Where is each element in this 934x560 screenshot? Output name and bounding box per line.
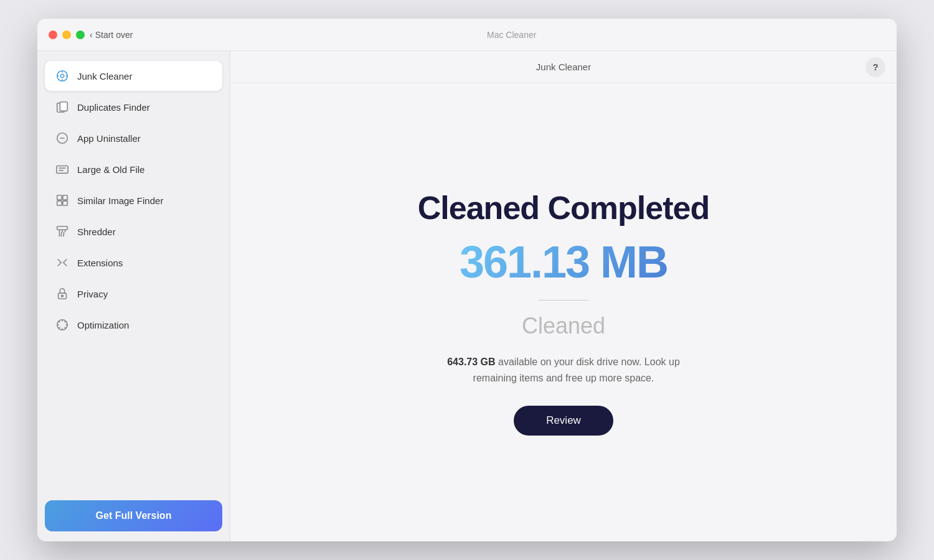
- shredder-icon: [55, 224, 70, 239]
- svg-line-20: [64, 232, 64, 236]
- large-old-file-icon: [55, 162, 70, 177]
- sidebar-label-junk-cleaner: Junk Cleaner: [77, 71, 132, 82]
- sidebar-label-optimization: Optimization: [77, 320, 129, 330]
- svg-line-19: [61, 232, 62, 236]
- sidebar-item-shredder[interactable]: Shredder: [45, 217, 222, 246]
- extensions-icon: [55, 255, 70, 270]
- traffic-lights: [49, 30, 85, 39]
- panel-content: Cleaned Completed 361.13 MB Cleaned 643.…: [230, 83, 897, 541]
- svg-rect-17: [57, 226, 68, 230]
- svg-rect-13: [57, 195, 62, 200]
- svg-line-33: [59, 327, 60, 329]
- app-title: Mac Cleaner: [138, 30, 885, 40]
- similar-image-finder-icon: [55, 193, 70, 208]
- divider: [539, 300, 588, 301]
- sidebar-label-privacy: Privacy: [77, 289, 108, 299]
- disk-space-bold: 643.73 GB: [447, 357, 495, 367]
- start-over-label: Start over: [95, 30, 133, 40]
- sidebar-item-app-uninstaller[interactable]: App Uninstaller: [45, 123, 222, 153]
- maximize-button[interactable]: [76, 30, 85, 39]
- svg-rect-16: [63, 201, 67, 205]
- sidebar-label-duplicates-finder: Duplicates Finder: [77, 102, 150, 113]
- sidebar-bottom: Get Full Version: [45, 490, 222, 531]
- close-button[interactable]: [49, 30, 57, 39]
- review-button[interactable]: Review: [514, 406, 613, 436]
- app-window: ‹ Start over Mac Cleaner: [37, 19, 897, 541]
- sidebar-label-similar-image-finder: Similar Image Finder: [77, 195, 163, 206]
- disk-info-text: 643.73 GB available on your disk drive n…: [433, 354, 694, 386]
- panel-title: Junk Cleaner: [536, 62, 591, 72]
- sidebar-label-large-old-file: Large & Old File: [77, 164, 144, 175]
- disk-info-suffix: available on your disk drive now. Look u…: [473, 357, 680, 383]
- cleaned-completed-title: Cleaned Completed: [418, 189, 709, 226]
- sidebar-item-large-old-file[interactable]: Large & Old File: [45, 154, 222, 184]
- sidebar-nav: Junk Cleaner Duplicates Finder: [45, 61, 222, 490]
- right-panel: Junk Cleaner ? Cleaned Completed 361.13 …: [230, 51, 897, 541]
- junk-cleaner-icon: [55, 68, 70, 83]
- svg-line-31: [59, 321, 60, 322]
- sidebar-item-optimization[interactable]: Optimization: [45, 310, 222, 340]
- svg-rect-14: [63, 195, 67, 200]
- help-button[interactable]: ?: [866, 57, 885, 77]
- duplicates-finder-icon: [55, 100, 70, 114]
- titlebar: ‹ Start over Mac Cleaner: [37, 19, 897, 51]
- panel-header: Junk Cleaner ?: [230, 51, 897, 83]
- sidebar-item-duplicates-finder[interactable]: Duplicates Finder: [45, 92, 222, 122]
- svg-rect-15: [57, 201, 62, 205]
- sidebar-item-similar-image-finder[interactable]: Similar Image Finder: [45, 185, 222, 215]
- cleaned-label: Cleaned: [522, 313, 605, 339]
- svg-point-25: [62, 295, 64, 297]
- minimize-button[interactable]: [62, 30, 71, 39]
- sidebar-item-privacy[interactable]: Privacy: [45, 279, 222, 309]
- sidebar-item-junk-cleaner[interactable]: Junk Cleaner: [45, 61, 222, 91]
- get-full-version-button[interactable]: Get Full Version: [45, 500, 222, 531]
- sidebar-label-extensions: Extensions: [77, 258, 123, 268]
- main-content: Junk Cleaner Duplicates Finder: [37, 51, 897, 541]
- svg-line-32: [65, 327, 66, 329]
- sidebar: Junk Cleaner Duplicates Finder: [37, 51, 230, 541]
- cleaned-size-value: 361.13 MB: [460, 236, 667, 287]
- privacy-icon: [55, 286, 70, 301]
- sidebar-label-shredder: Shredder: [77, 226, 116, 237]
- svg-point-1: [60, 74, 64, 78]
- chevron-left-icon: ‹: [90, 30, 93, 40]
- sidebar-label-app-uninstaller: App Uninstaller: [77, 133, 141, 144]
- optimization-icon: [55, 317, 70, 332]
- svg-line-34: [65, 321, 66, 322]
- app-uninstaller-icon: [55, 131, 70, 146]
- svg-rect-10: [57, 166, 68, 174]
- sidebar-item-extensions[interactable]: Extensions: [45, 248, 222, 278]
- start-over-button[interactable]: ‹ Start over: [85, 27, 138, 42]
- svg-rect-7: [60, 102, 67, 111]
